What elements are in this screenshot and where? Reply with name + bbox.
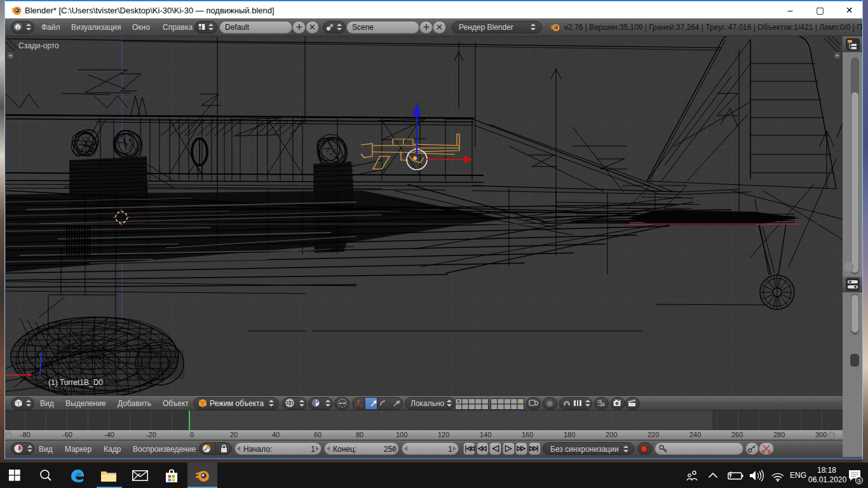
svg-text:3: 3 <box>858 478 861 484</box>
